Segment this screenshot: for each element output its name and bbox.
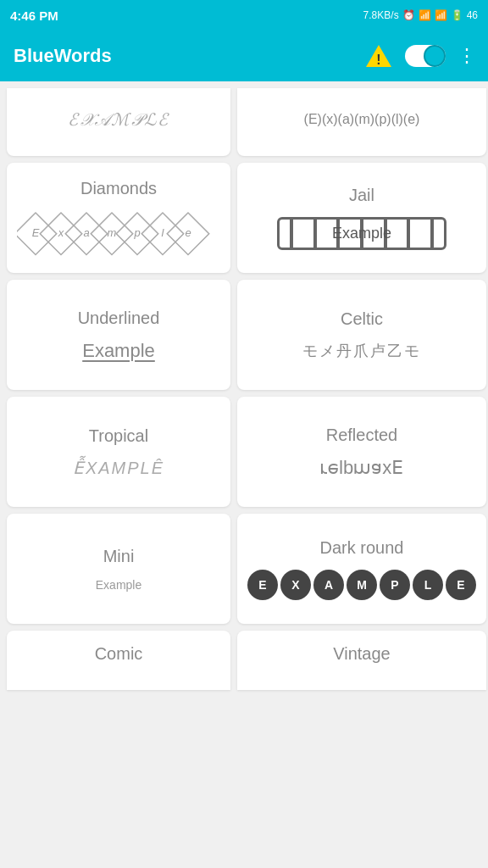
svg-text:l: l: [162, 226, 165, 239]
svg-text:E: E: [32, 226, 40, 239]
battery-icon: 🔋: [451, 9, 463, 21]
dr-letter-A: A: [313, 570, 344, 600]
app-bar: BlueWords ! ⋮: [0, 31, 488, 81]
card-parenthesis[interactable]: (E)(x)(a)(m)(p)(l)(e): [237, 88, 486, 156]
card-celtic[interactable]: Celtic モメ丹爪卢乙モ: [237, 280, 486, 390]
app-bar-actions: ! ⋮: [364, 43, 474, 69]
card-diamonds[interactable]: Diamonds E x a m p l e: [7, 163, 230, 273]
card-classic[interactable]: ℰ𝒳𝒜ℳ𝒫ℒℰ: [7, 88, 230, 156]
bar-7: [430, 220, 434, 248]
diamonds-preview: E x a m p l e: [17, 210, 220, 257]
card-tropical[interactable]: Tropical ỄXAMPLÊ: [7, 397, 230, 507]
alarm-icon: ⏰: [402, 9, 415, 21]
status-bar: 4:46 PM 7.8KB/s ⏰ 📶 📶 🔋 46: [0, 0, 488, 31]
network-speed: 7.8KB/s: [363, 9, 399, 21]
reflected-text: Ǝxɐɯdlǝɹ: [319, 457, 403, 479]
bar-2: [313, 220, 317, 248]
dr-letter-P: P: [380, 570, 410, 600]
svg-text:a: a: [83, 226, 89, 239]
dr-letter-E2: E: [446, 570, 476, 600]
mini-preview: Example: [96, 578, 141, 592]
reflected-title: Reflected: [326, 426, 398, 445]
svg-text:x: x: [58, 226, 64, 239]
svg-text:e: e: [185, 226, 191, 239]
underlined-title: Underlined: [78, 309, 160, 328]
underlined-preview: Example: [82, 340, 155, 362]
svg-text:m: m: [108, 226, 117, 239]
card-darkround[interactable]: Dark round E X A M P L E: [237, 514, 486, 624]
card-reflected[interactable]: Reflected Ǝxɐɯdlǝɹ: [237, 397, 486, 507]
bar-6: [407, 220, 410, 248]
dr-letter-X: X: [280, 570, 311, 600]
status-time: 4:46 PM: [10, 8, 58, 23]
warning-icon[interactable]: !: [364, 43, 393, 69]
diamonds-title: Diamonds: [80, 179, 157, 198]
jail-visual: Example: [277, 217, 446, 250]
card-vintage[interactable]: Vintage: [237, 631, 486, 690]
comic-title: Comic: [95, 644, 143, 664]
toggle-switch[interactable]: [405, 45, 446, 67]
card-comic[interactable]: Comic: [7, 631, 230, 690]
vintage-title: Vintage: [333, 644, 390, 664]
card-jail[interactable]: Jail Example: [237, 163, 486, 273]
mini-title: Mini: [103, 547, 135, 566]
classic-preview: ℰ𝒳𝒜ℳ𝒫ℒℰ: [68, 109, 169, 130]
celtic-title: Celtic: [341, 309, 383, 329]
status-right: 7.8KB/s ⏰ 📶 📶 🔋 46: [363, 9, 478, 21]
dr-letter-E: E: [247, 570, 278, 600]
tropical-title: Tropical: [89, 426, 148, 446]
wifi-icon: 📶: [435, 9, 447, 21]
app-title: BlueWords: [14, 45, 354, 67]
more-options-button[interactable]: ⋮: [458, 45, 474, 67]
jail-preview: Example: [277, 217, 446, 250]
jail-text: Example: [332, 225, 391, 242]
darkround-preview: E X A M P L E: [247, 570, 476, 600]
dr-letter-L: L: [413, 570, 443, 600]
reflected-preview: Ǝxɐɯdlǝɹ: [319, 457, 403, 479]
card-underlined[interactable]: Underlined Example: [7, 280, 230, 390]
signal-icon: 📶: [419, 9, 431, 21]
bar-1: [290, 220, 293, 248]
dr-letter-M: M: [347, 570, 377, 600]
toggle-knob: [424, 45, 446, 67]
card-mini[interactable]: Mini Example: [7, 514, 230, 624]
svg-text:!: !: [376, 53, 380, 67]
jail-title: Jail: [349, 186, 374, 205]
battery-level: 46: [467, 9, 478, 21]
celtic-preview: モメ丹爪卢乙モ: [302, 341, 421, 361]
tropical-preview: ỄXAMPLÊ: [73, 458, 164, 478]
darkround-title: Dark round: [320, 538, 404, 558]
parenthesis-preview: (E)(x)(a)(m)(p)(l)(e): [304, 112, 420, 127]
styles-grid: ℰ𝒳𝒜ℳ𝒫ℒℰ (E)(x)(a)(m)(p)(l)(e) Diamonds E: [0, 81, 488, 697]
svg-text:p: p: [133, 226, 140, 239]
